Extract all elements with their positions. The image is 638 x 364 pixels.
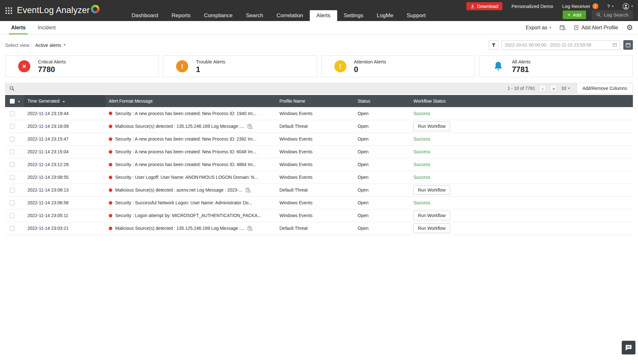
run-workflow-button[interactable]: Run Workflow bbox=[413, 185, 450, 195]
primary-nav-item[interactable]: Correlation bbox=[270, 10, 310, 21]
help-menu[interactable]: ? ▾ bbox=[607, 4, 613, 9]
column-alert-format-message[interactable]: Alert Format Message bbox=[106, 95, 276, 107]
alert-message-link[interactable]: Malicious Source(s) detected : 135.125.2… bbox=[115, 124, 244, 129]
cell-profile-name: Windows Events bbox=[276, 171, 354, 184]
chevron-right-icon: › bbox=[542, 86, 543, 91]
brand-logo[interactable]: EventLog Analyzer bbox=[17, 6, 100, 15]
download-icon bbox=[471, 4, 475, 8]
primary-nav-item[interactable]: Settings bbox=[337, 10, 370, 21]
primary-nav-item[interactable]: Reports bbox=[165, 10, 197, 21]
cell-alert-message: Security : User Logoff: User Name: ANONY… bbox=[106, 171, 276, 184]
pagination-range: 1 - 10 of 7781 bbox=[508, 86, 535, 91]
add-alert-profile-button[interactable]: Add Alert Profile bbox=[574, 25, 618, 31]
date-presets-icon[interactable] bbox=[612, 43, 617, 47]
select-all-checkbox[interactable] bbox=[10, 99, 15, 104]
run-workflow-button[interactable]: Run Workflow bbox=[413, 223, 450, 233]
alert-message-link[interactable]: Security : Logon attempt by: MICROSOFT_A… bbox=[115, 213, 261, 218]
chat-icon bbox=[625, 344, 632, 351]
primary-nav-item[interactable]: Compliance bbox=[197, 10, 239, 21]
filter-button[interactable] bbox=[489, 40, 498, 50]
card-trouble-alerts[interactable]: ! Trouble Alerts 1 bbox=[163, 55, 317, 77]
severity-dot-icon bbox=[109, 125, 112, 128]
app-launcher-icon[interactable] bbox=[5, 7, 12, 14]
select-view-dropdown[interactable]: Active alerts ▾ bbox=[35, 42, 65, 48]
page-size-dropdown[interactable]: 10 ▾ bbox=[561, 86, 570, 91]
log-search-button[interactable]: Log Search bbox=[592, 10, 633, 19]
column-status[interactable]: Status bbox=[354, 95, 410, 107]
primary-nav-item[interactable]: Support bbox=[400, 10, 433, 21]
column-time-generated[interactable]: Time Generated ▾ bbox=[24, 95, 106, 107]
table-search-icon[interactable] bbox=[9, 86, 15, 91]
alert-message-link[interactable]: Malicious Source(s) detected : 135.125.2… bbox=[115, 226, 244, 231]
alert-message-link[interactable]: Security : A new process has been create… bbox=[115, 111, 256, 116]
primary-nav-item[interactable]: LogMe bbox=[370, 10, 400, 21]
personalized-demo-link[interactable]: Personalized Demo bbox=[511, 4, 553, 9]
alert-message-link[interactable]: Security : A new process has been create… bbox=[115, 136, 256, 142]
cell-profile-name: Default Threat bbox=[276, 184, 354, 196]
card-all-alerts[interactable]: All Alerts 7781 bbox=[479, 55, 633, 77]
column-workflow-status[interactable]: Workflow Status bbox=[410, 95, 633, 107]
run-workflow-button[interactable]: Run Workflow bbox=[413, 121, 450, 131]
view-log-icon[interactable] bbox=[245, 187, 251, 193]
primary-nav: Dashboard Reports Compliance Search Corr… bbox=[125, 0, 433, 21]
cell-time-generated: 2022-11-14 23:15:47 bbox=[24, 133, 106, 145]
topbar-action-row: + Add Log Search bbox=[563, 10, 633, 19]
gear-icon[interactable]: ⚙ bbox=[626, 24, 633, 31]
next-page-button[interactable]: › bbox=[539, 85, 546, 92]
row-checkbox[interactable] bbox=[10, 124, 15, 129]
view-log-icon[interactable] bbox=[247, 124, 253, 129]
notification-badge[interactable]: 2 bbox=[592, 3, 598, 9]
row-checkbox[interactable] bbox=[10, 188, 15, 193]
schedule-export-icon[interactable] bbox=[560, 25, 566, 31]
add-remove-columns-button[interactable]: Add/Remove Columns bbox=[577, 83, 633, 94]
alert-message-link[interactable]: Security : A new process has been create… bbox=[115, 162, 256, 167]
last-page-button[interactable]: » bbox=[550, 85, 557, 92]
run-workflow-button[interactable]: Run Workflow bbox=[413, 211, 450, 220]
download-button[interactable]: Download bbox=[466, 2, 503, 10]
export-as-menu[interactable]: Export as ▾ bbox=[526, 25, 551, 31]
log-receiver-link[interactable]: Log Receiver bbox=[562, 4, 590, 9]
sort-descending-icon: ▾ bbox=[63, 100, 65, 103]
row-checkbox[interactable] bbox=[10, 149, 15, 154]
row-checkbox[interactable] bbox=[10, 200, 15, 205]
primary-nav-item[interactable]: Dashboard bbox=[125, 10, 165, 21]
user-menu[interactable]: ▾ bbox=[622, 3, 633, 10]
download-label: Download bbox=[477, 4, 499, 9]
card-label: All Alerts bbox=[512, 59, 530, 64]
cell-time-generated: 2022-11-14 23:18:09 bbox=[24, 120, 106, 133]
chat-widget-button[interactable] bbox=[622, 341, 635, 354]
alert-message-link[interactable]: Security : A new process has been create… bbox=[115, 149, 256, 154]
row-checkbox[interactable] bbox=[10, 213, 15, 218]
date-range-input[interactable]: 2022-10-01 00:00:00 - 2022-11-15 23:59:5… bbox=[501, 40, 620, 50]
severity-dot-icon bbox=[109, 227, 112, 230]
cell-workflow-status: Run Workflow Run Workflow bbox=[410, 184, 633, 196]
row-checkbox[interactable] bbox=[10, 137, 15, 142]
cell-alert-message: Security : Successful Network Logon: Use… bbox=[106, 196, 276, 209]
select-dropdown-icon[interactable]: ▾ bbox=[18, 100, 20, 103]
row-checkbox[interactable] bbox=[10, 226, 15, 231]
severity-dot-icon bbox=[109, 163, 112, 166]
card-critical-alerts[interactable]: × Critical Alerts 7780 bbox=[5, 55, 159, 77]
date-range-value: 2022-10-01 00:00:00 - 2022-11-15 23:59:5… bbox=[505, 42, 591, 47]
plus-icon: + bbox=[568, 12, 571, 18]
card-attention-alerts[interactable]: ! Attention Alerts 0 bbox=[321, 55, 475, 77]
calendar-button[interactable] bbox=[623, 40, 633, 50]
primary-nav-item[interactable]: Search bbox=[239, 10, 270, 21]
add-button[interactable]: + Add bbox=[563, 11, 586, 19]
column-profile-name[interactable]: Profile Name bbox=[276, 95, 354, 107]
all-alerts-bell-icon bbox=[492, 60, 504, 72]
row-checkbox[interactable] bbox=[10, 175, 15, 180]
primary-nav-item[interactable]: Alerts bbox=[310, 10, 337, 21]
cell-status: Open bbox=[354, 171, 410, 184]
alert-message-link[interactable]: Security : Successful Network Logon: Use… bbox=[115, 200, 252, 205]
alert-message-link[interactable]: Security : User Logoff: User Name: ANONY… bbox=[115, 175, 258, 180]
row-checkbox[interactable] bbox=[10, 111, 15, 116]
view-log-icon[interactable] bbox=[247, 226, 253, 231]
cell-alert-message: Security : A new process has been create… bbox=[106, 158, 276, 171]
tab-incident[interactable]: Incident bbox=[32, 21, 62, 34]
tab-alerts[interactable]: Alerts bbox=[5, 21, 32, 34]
alert-row: 2022-11-14 23:05:11 Security : Logon att… bbox=[5, 209, 633, 222]
row-checkbox[interactable] bbox=[10, 162, 15, 167]
cell-alert-message: Security : A new process has been create… bbox=[106, 133, 276, 145]
alert-message-link[interactable]: Malicious Source(s) detected : azenv.net… bbox=[115, 187, 242, 193]
